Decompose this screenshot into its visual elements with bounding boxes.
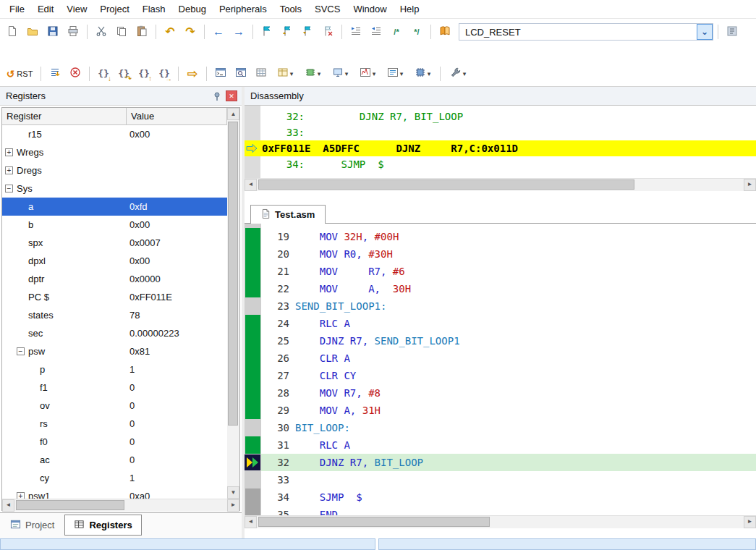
trace-window-button[interactable]: ▾	[382, 64, 408, 83]
combo-dropdown-button[interactable]: ⌄	[697, 24, 713, 40]
undo-button[interactable]: ↶	[161, 22, 179, 41]
navigate-back-button[interactable]: ←	[209, 22, 228, 41]
register-row-states[interactable]: states78	[2, 306, 227, 324]
paste-button[interactable]	[132, 22, 151, 41]
code-line-24[interactable]: 24 RLC A	[245, 315, 756, 332]
target-options-button[interactable]	[723, 22, 742, 41]
scroll-left-button[interactable]: ◄	[2, 499, 14, 512]
pin-icon[interactable]	[211, 90, 223, 102]
menu-item-tools[interactable]: Tools	[273, 1, 308, 17]
scroll-left-button[interactable]: ◄	[245, 516, 257, 528]
code-line-31[interactable]: 31 RLC A	[245, 436, 756, 454]
menu-item-file[interactable]: File	[3, 1, 31, 17]
register-row-spx[interactable]: spx0x0007	[2, 234, 227, 252]
disassembly-line[interactable]: 32: DJNZ R7, BIT_LOOP	[245, 109, 756, 124]
print-button[interactable]	[64, 22, 82, 41]
register-row-p[interactable]: p1	[2, 360, 227, 378]
scrollbar-track[interactable]	[257, 516, 744, 528]
symbol-window-button[interactable]	[252, 64, 271, 83]
code-line-25[interactable]: 25 DJNZ R7, SEND_BIT_LOOP1	[245, 332, 756, 350]
step-into-button[interactable]: {}↓	[94, 64, 113, 83]
register-row-f0[interactable]: f00	[2, 433, 227, 451]
analysis-window-button[interactable]: ▾	[354, 64, 381, 83]
memory-window-button[interactable]: ▾	[300, 64, 326, 83]
toolbox-button[interactable]: ▾	[445, 64, 471, 83]
register-row-dptr[interactable]: dptr0x0000	[2, 270, 227, 288]
register-row-b[interactable]: b0x00	[2, 216, 227, 234]
scroll-right-button[interactable]: ►	[227, 499, 239, 512]
menu-item-svcs[interactable]: SVCS	[308, 1, 347, 17]
disassembly-line[interactable]: 33:	[245, 124, 756, 140]
registers-vertical-scrollbar[interactable]: ▲ ▼	[227, 108, 239, 499]
comment-button[interactable]: /*	[387, 22, 406, 41]
navigate-forward-button[interactable]: →	[229, 22, 248, 41]
tree-expand-icon[interactable]: +	[17, 492, 25, 499]
scrollbar-track[interactable]	[14, 499, 227, 512]
code-line-27[interactable]: 27 CLR CY	[245, 367, 756, 384]
register-row-psw1[interactable]: +psw10xa0	[2, 487, 227, 499]
code-line-29[interactable]: 29 MOV A, 31H	[245, 402, 756, 419]
code-line-35[interactable]: 35 END	[245, 506, 756, 515]
bookmark-prev-button[interactable]	[278, 22, 297, 41]
register-row-wregs[interactable]: +Wregs	[2, 143, 227, 161]
new-file-button[interactable]	[3, 22, 22, 41]
menu-item-help[interactable]: Help	[394, 1, 426, 17]
column-header-register[interactable]: Register	[2, 108, 127, 124]
cut-button[interactable]	[92, 22, 111, 41]
column-header-value[interactable]: Value	[127, 108, 227, 124]
scroll-left-button[interactable]: ◄	[245, 179, 257, 191]
tree-collapse-icon[interactable]: −	[17, 347, 25, 355]
register-row-r15[interactable]: r150x00	[2, 125, 227, 143]
indent-button[interactable]	[347, 22, 365, 41]
redo-button[interactable]: ↷	[181, 22, 200, 41]
register-row-ac[interactable]: ac0	[2, 451, 227, 469]
register-row-rs[interactable]: rs0	[2, 415, 227, 433]
scroll-right-button[interactable]: ►	[744, 179, 756, 191]
disassembly-line[interactable]: 34: SJMP $	[245, 156, 756, 172]
registers-horizontal-scrollbar[interactable]: ◄ ►	[2, 499, 239, 511]
tree-collapse-icon[interactable]: −	[5, 185, 13, 192]
scroll-down-button[interactable]: ▼	[227, 486, 239, 499]
uncomment-button[interactable]: */	[407, 22, 426, 41]
disassembly-current-line[interactable]: 0xFF011E A5DFFC DJNZ R7,C:0x011D	[245, 140, 756, 156]
outdent-button[interactable]	[367, 22, 386, 41]
code-line-34[interactable]: 34 SJMP $	[245, 488, 756, 506]
disassembly-view[interactable]: 32: DJNZ R7, BIT_LOOP 33:0xFF011E A5DFFC…	[245, 106, 756, 178]
scrollbar-thumb[interactable]	[16, 500, 124, 510]
code-line-20[interactable]: 20 MOV R0, #30H	[245, 245, 756, 263]
scroll-up-button[interactable]: ▲	[227, 108, 239, 120]
bookmark-clear-button[interactable]	[318, 22, 337, 41]
code-line-32[interactable]: 32 DJNZ R7, BIT_LOOP	[245, 454, 756, 471]
code-editor[interactable]: 19 MOV 32H, #00H20 MOV R0, #30H21 MOV R7…	[245, 224, 756, 515]
scroll-right-button[interactable]: ►	[744, 516, 756, 528]
stop-button[interactable]	[66, 64, 85, 83]
serial-window-button[interactable]: ▾	[327, 64, 353, 83]
menu-item-debug[interactable]: Debug	[172, 1, 213, 17]
tree-expand-icon[interactable]: +	[5, 166, 13, 174]
register-row-cy[interactable]: cy1	[2, 469, 227, 487]
register-row-sec[interactable]: sec0.00000223	[2, 324, 227, 342]
step-over-button[interactable]: {}↷	[114, 64, 133, 83]
command-window-button[interactable]	[211, 64, 230, 83]
menu-item-peripherals[interactable]: Peripherals	[213, 1, 273, 17]
code-line-28[interactable]: 28 MOV R7, #8	[245, 384, 756, 402]
tab-registers[interactable]: Registers	[64, 515, 141, 536]
scrollbar-thumb[interactable]	[258, 517, 490, 527]
register-row-a[interactable]: a0xfd	[2, 198, 227, 216]
editor-horizontal-scrollbar[interactable]: ◄ ►	[245, 515, 756, 528]
scrollbar-thumb[interactable]	[228, 122, 238, 426]
close-panel-button[interactable]: ✕	[226, 90, 237, 101]
open-file-button[interactable]	[23, 22, 42, 41]
run-to-cursor-button[interactable]: {}→	[155, 64, 174, 83]
show-next-statement-button[interactable]: ⇨	[183, 64, 202, 83]
target-select-combo[interactable]: LCD_RESET ⌄	[459, 23, 713, 41]
code-line-26[interactable]: 26 CLR A	[245, 350, 756, 367]
code-line-30[interactable]: 30BIT_LOOP:	[245, 419, 756, 436]
register-row-pc[interactable]: PC $0xFF011E	[2, 288, 227, 306]
system-viewer-button[interactable]: ▾	[409, 64, 436, 83]
register-row-psw[interactable]: −psw0x81	[2, 342, 227, 360]
menu-item-flash[interactable]: Flash	[136, 1, 172, 17]
menu-item-view[interactable]: View	[60, 1, 93, 17]
register-row-dpxl[interactable]: dpxl0x00	[2, 252, 227, 270]
register-row-sys[interactable]: −Sys	[2, 179, 227, 198]
